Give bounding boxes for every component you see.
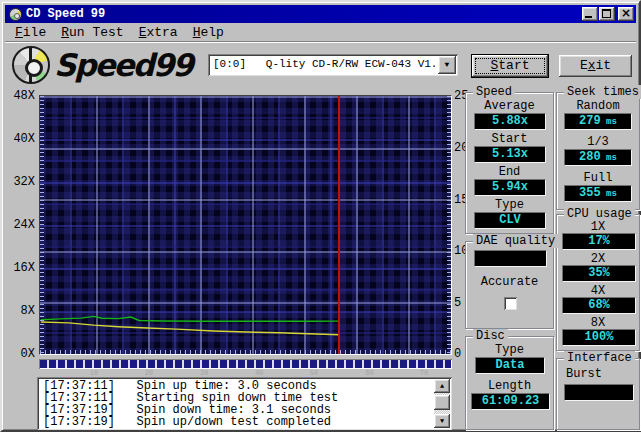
logo-text: Speed99 <box>54 47 192 83</box>
cpu-1x-label: 1X <box>557 220 639 234</box>
exit-button[interactable]: Exit <box>559 55 632 77</box>
seek-full-label: Full <box>557 171 639 185</box>
app-logo: Speed99 <box>12 46 192 84</box>
window-title: CD Speed 99 <box>26 7 105 21</box>
left-axis-tick: 24X <box>2 218 35 232</box>
avg-speed-display: 5.88x <box>474 113 546 130</box>
seek-times-title: Seek times <box>564 85 641 99</box>
disc-type-display: Data <box>475 357 545 374</box>
chart-right-tick-marks <box>447 96 451 354</box>
accurate-label: Accurate <box>466 275 553 289</box>
right-axis-tick: 0 <box>454 347 461 361</box>
minute-tick-label: 30 <box>200 369 208 377</box>
app-window: CD Speed 99 × File Run Test Extra Help S… <box>0 0 641 432</box>
seek-random-display: 279 ms <box>564 113 632 130</box>
maximize-icon <box>602 9 611 18</box>
speed-type-label: Type <box>466 198 553 212</box>
start-speed-display: 5.13x <box>474 146 546 163</box>
close-button[interactable]: × <box>618 7 634 21</box>
track-position-segments <box>40 360 451 368</box>
test-log[interactable]: [17:37:11] Spin up time: 3.0 seconds [17… <box>37 377 452 430</box>
scroll-up-icon[interactable]: ▲ <box>434 379 450 393</box>
dae-quality-panel: DAE quality Accurate <box>465 241 554 329</box>
log-scrollbar-thumb[interactable] <box>434 395 450 410</box>
seek-times-panel: Seek times Random 279 ms 1/3 280 ms Full… <box>556 92 640 210</box>
avg-speed-label: Average <box>466 99 553 113</box>
track-position-bar <box>39 359 452 369</box>
cpu-2x-display: 35% <box>562 265 636 282</box>
minimize-icon <box>585 16 592 18</box>
drive-selector-value: [0:0] Q-lity CD-R/RW ECW-043 V1.0a <box>213 58 451 70</box>
right-axis-tick: 5 <box>454 296 461 310</box>
burst-display <box>564 384 634 401</box>
speed-chart <box>39 95 452 355</box>
minute-tick-label: 70 <box>420 369 428 377</box>
disc-panel: Disc Type Data Length 61:09.23 <box>465 336 554 430</box>
start-speed-label: Start <box>466 132 553 146</box>
end-speed-display: 5.94x <box>474 179 546 196</box>
burst-label: Burst <box>557 367 639 381</box>
left-axis-tick: 0X <box>2 347 35 361</box>
close-icon: × <box>618 6 634 20</box>
menu-run-test[interactable]: Run Test <box>55 24 132 41</box>
read-speed-green <box>41 316 339 321</box>
left-axis-tick: 40X <box>2 132 35 146</box>
disc-type-label: Type <box>466 343 553 357</box>
chart-bottom-tick-marks <box>40 350 451 354</box>
chart-left-tick-marks <box>40 96 44 354</box>
minimize-button[interactable] <box>582 7 598 21</box>
scroll-down-icon[interactable]: ▼ <box>434 414 450 428</box>
minute-tick-label: 20 <box>145 369 153 377</box>
left-axis-tick: 32X <box>2 175 35 189</box>
dae-quality-title: DAE quality <box>473 234 558 248</box>
log-line: [17:37:19] Spin up/down test completed <box>43 416 432 428</box>
cpu-2x-label: 2X <box>557 252 639 266</box>
minute-tick-label: 50 <box>310 369 318 377</box>
cpu-1x-display: 17% <box>562 233 636 250</box>
disc-length-label: Length <box>466 379 553 393</box>
chart-minute-labels: 10203040506070 <box>39 369 452 376</box>
left-axis-tick: 48X <box>2 89 35 103</box>
end-speed-label: End <box>466 165 553 179</box>
drive-selector[interactable]: [0:0] Q-lity CD-R/RW ECW-043 V1.0a ▼ <box>208 54 458 76</box>
log-scrollbar[interactable]: ▲ ▼ <box>434 379 450 428</box>
cd-logo-icon <box>12 46 50 84</box>
chevron-down-icon[interactable]: ▼ <box>438 56 456 74</box>
cpu-usage-panel: CPU usage 1X 17% 2X 35% 4X 68% 8X 100% <box>556 214 640 351</box>
left-axis-tick: 8X <box>2 304 35 318</box>
seek-third-display: 280 ms <box>564 149 632 166</box>
minute-tick-label: 10 <box>90 369 98 377</box>
cpu-4x-display: 68% <box>562 297 636 314</box>
speed-panel: Speed Average 5.88x Start 5.13x End 5.94… <box>465 92 554 234</box>
accurate-checkbox[interactable] <box>504 297 517 310</box>
interface-panel: Interface Burst <box>556 358 640 430</box>
cpu-usage-title: CPU usage <box>564 207 635 221</box>
menu-file[interactable]: File <box>9 24 55 41</box>
seek-full-display: 355 ms <box>564 185 632 202</box>
cpu-8x-display: 100% <box>562 329 636 346</box>
speed-type-display: CLV <box>474 212 546 229</box>
cpu-8x-label: 8X <box>557 316 639 330</box>
menu-help[interactable]: Help <box>187 24 233 41</box>
maximize-button[interactable] <box>599 7 615 21</box>
menu-bar: File Run Test Extra Help <box>5 23 636 42</box>
minute-tick-label: 60 <box>365 369 373 377</box>
start-button[interactable]: Start <box>472 55 548 77</box>
title-bar: CD Speed 99 × <box>5 5 636 23</box>
seek-random-label: Random <box>557 99 639 113</box>
menu-extra[interactable]: Extra <box>133 24 187 41</box>
speed-panel-title: Speed <box>473 85 515 99</box>
dae-quality-display <box>474 250 547 267</box>
cpu-4x-label: 4X <box>557 284 639 298</box>
minute-tick-label: 40 <box>255 369 263 377</box>
disc-title: Disc <box>473 329 508 343</box>
interface-title: Interface <box>564 351 635 365</box>
seek-third-label: 1/3 <box>557 135 639 149</box>
disc-length-display: 61:09.23 <box>471 393 550 410</box>
left-axis-tick: 16X <box>2 261 35 275</box>
cd-app-icon <box>9 8 22 21</box>
